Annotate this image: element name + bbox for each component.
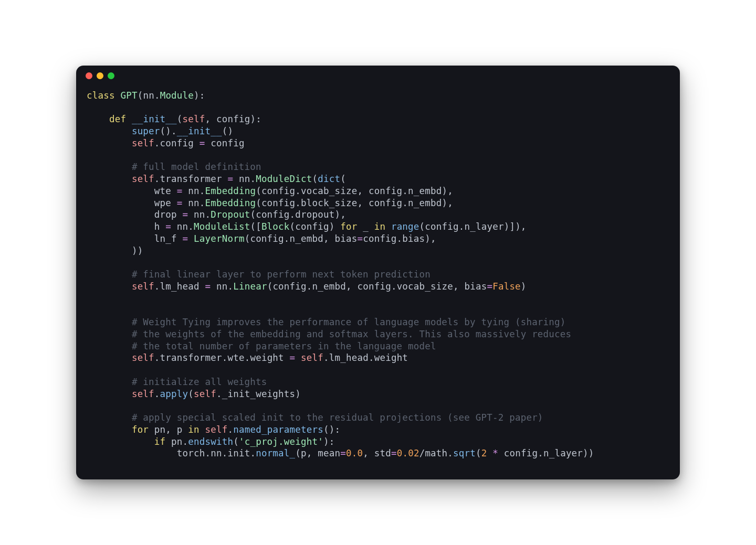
code-token — [87, 436, 154, 447]
code-token: = — [205, 281, 211, 292]
code-token: = — [391, 448, 397, 458]
code-token: . — [154, 389, 160, 399]
code-token: self — [132, 352, 154, 363]
code-window: class GPT(nn.Module): def __init__(self,… — [76, 66, 680, 479]
code-token: ), — [334, 209, 345, 220]
code-token: block_size — [301, 198, 357, 208]
minimize-icon[interactable] — [97, 72, 103, 79]
code-token: math — [425, 448, 447, 458]
code-token: ): — [323, 436, 334, 447]
code-token: ): — [250, 114, 261, 124]
code-token: bias — [464, 281, 487, 292]
code-token — [87, 389, 132, 399]
code-token: 'c_proj.weight' — [239, 436, 323, 447]
code-token: . — [295, 186, 301, 196]
code-token: # the weights of the embedding and softm… — [132, 329, 571, 339]
code-token: config — [261, 198, 295, 208]
code-token: lm_head — [329, 352, 369, 363]
code-token: , — [363, 448, 374, 458]
code-token: nn — [233, 174, 250, 184]
code-token: ModuleList — [194, 221, 250, 232]
code-token: in — [374, 221, 385, 232]
code-token: 0.02 — [397, 448, 419, 458]
code-token: , — [205, 114, 216, 124]
code-token: config — [205, 138, 245, 148]
code-token: if — [154, 436, 165, 447]
code-token: ): — [194, 90, 205, 101]
code-token: ( — [312, 174, 318, 184]
code-token: apply — [160, 389, 188, 399]
code-token: ), — [442, 186, 453, 196]
code-token: . — [154, 138, 160, 148]
code-token: ( — [250, 209, 256, 220]
code-token: range — [391, 221, 419, 232]
code-token: config — [256, 209, 289, 220]
close-icon[interactable] — [86, 72, 92, 79]
code-token: endswith — [188, 436, 233, 447]
code-token: . — [538, 448, 543, 458]
code-token: )]), — [504, 221, 527, 232]
code-token: (): — [323, 424, 340, 435]
code-token — [87, 245, 132, 256]
code-token: config — [357, 281, 391, 292]
code-token: config — [369, 186, 402, 196]
code-token: = — [177, 186, 183, 196]
code-token: ( — [245, 233, 250, 244]
code-token: . — [183, 436, 188, 447]
zoom-icon[interactable] — [108, 72, 114, 79]
code-token: ) — [521, 281, 527, 292]
code-token: config — [425, 221, 458, 232]
code-token — [87, 424, 132, 435]
code-token: = — [227, 174, 233, 184]
code-token: = — [183, 233, 188, 244]
code-token: config — [216, 114, 250, 124]
code-token: ) — [295, 389, 301, 399]
code-token: ( — [233, 436, 239, 447]
code-token: (). — [160, 126, 177, 136]
code-token: . — [200, 198, 205, 208]
code-token: . — [323, 352, 329, 363]
code-token: . — [295, 198, 301, 208]
code-token: ( — [419, 221, 425, 232]
code-token: for — [340, 221, 357, 232]
code-token — [87, 162, 132, 172]
code-token: _ — [357, 221, 374, 232]
code-token: = — [487, 281, 492, 292]
code-token: . — [245, 352, 250, 363]
code-token: ( — [340, 174, 346, 184]
code-token: n_embd — [290, 233, 323, 244]
code-token — [87, 329, 132, 339]
code-token: ([ — [250, 221, 261, 232]
code-token: bias — [334, 233, 357, 244]
code-token: 0.0 — [346, 448, 363, 458]
code-token: . — [200, 186, 205, 196]
code-token: # Weight Tying improves the performance … — [132, 317, 566, 327]
code-token: # full model definition — [132, 162, 261, 172]
code-token: n_embd — [408, 186, 442, 196]
code-token: nn — [211, 281, 227, 292]
code-token: config — [498, 448, 538, 458]
code-token: _init_weights — [222, 389, 296, 399]
code-token: )) — [132, 245, 143, 256]
code-token: ( — [476, 448, 481, 458]
code-token: # initialize all weights — [132, 377, 267, 387]
code-token: n_layer — [465, 221, 504, 232]
code-token: self — [132, 174, 154, 184]
code-token: n_layer — [543, 448, 583, 458]
code-token: . — [216, 389, 222, 399]
code-token: n_embd — [312, 281, 346, 292]
code-token: drop — [87, 209, 183, 220]
code-token — [115, 90, 121, 101]
code-token: = — [200, 138, 205, 148]
code-token — [188, 233, 194, 244]
code-token: config — [250, 233, 284, 244]
code-token: ) — [329, 221, 340, 232]
code-token: Embedding — [205, 186, 256, 196]
code-token: . — [188, 221, 194, 232]
code-token: nn — [143, 90, 154, 101]
code-token: n_embd — [408, 198, 442, 208]
code-token: vocab_size — [397, 281, 453, 292]
code-token: transformer — [160, 352, 222, 363]
code-token: wpe — [87, 198, 177, 208]
code-token — [87, 281, 132, 292]
